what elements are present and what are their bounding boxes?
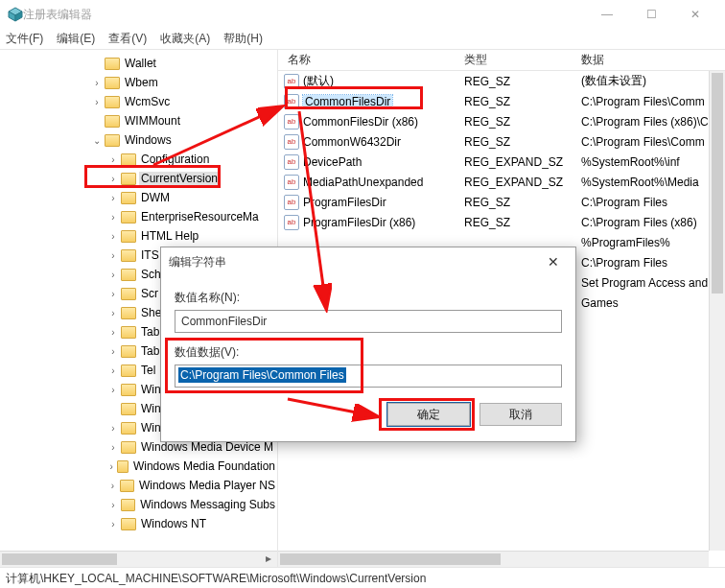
tree-item-label: Windows Messaging Subs xyxy=(138,498,277,511)
ok-button[interactable]: 确定 xyxy=(387,403,470,426)
value-name: ProgramFilesDir xyxy=(303,196,386,209)
tree-item[interactable]: WIMMount xyxy=(0,111,277,130)
folder-icon xyxy=(121,230,136,243)
string-value-icon: ab xyxy=(284,74,299,89)
tree-item-label: Tab xyxy=(139,344,161,358)
dialog-titlebar[interactable]: 编辑字符串 ✕ xyxy=(161,247,575,276)
titlebar: 注册表编辑器 — ☐ ✕ xyxy=(0,0,725,29)
edit-string-dialog: 编辑字符串 ✕ 数值名称(N): 数值数据(V): C:\Program Fil… xyxy=(160,247,576,442)
folder-icon xyxy=(121,518,136,530)
col-type[interactable]: 类型 xyxy=(455,52,572,68)
menu-edit[interactable]: 编辑(E) xyxy=(57,31,95,47)
value-data: %SystemRoot%\Media xyxy=(572,176,725,189)
tree-item[interactable]: ›EnterpriseResourceMa xyxy=(0,207,277,226)
folder-icon xyxy=(121,269,136,281)
folder-icon xyxy=(121,365,136,377)
tree-item[interactable]: ›Windows Messaging Subs xyxy=(0,495,277,514)
tree-item[interactable]: ›DWM xyxy=(0,188,277,207)
tree-item[interactable]: ⌄Windows xyxy=(0,130,277,150)
value-name: CommonW6432Dir xyxy=(303,135,401,149)
folder-icon xyxy=(105,115,120,128)
minimize-button[interactable]: — xyxy=(585,0,629,29)
string-value-icon: ab xyxy=(284,195,299,210)
tree-item-label: Windows Media Player NS xyxy=(137,479,277,492)
folder-icon xyxy=(121,345,136,358)
maximize-button[interactable]: ☐ xyxy=(629,0,673,29)
tree-item-label: Windows Media Foundation xyxy=(131,459,277,473)
tree-item-label: Wallet xyxy=(123,57,158,70)
tree-item[interactable]: ›Windows Media Foundation xyxy=(0,457,277,476)
folder-icon xyxy=(121,403,136,415)
tree-item[interactable]: ›HTML Help xyxy=(0,226,277,246)
menubar: 文件(F) 编辑(E) 查看(V) 收藏夹(A) 帮助(H) xyxy=(0,29,725,50)
value-type: REG_SZ xyxy=(455,95,572,108)
tree-item-label: Sch xyxy=(139,268,163,281)
tree-item-label: CurrentVersion xyxy=(139,172,220,185)
menu-favorites[interactable]: 收藏夹(A) xyxy=(160,31,210,47)
list-hscrollbar[interactable] xyxy=(278,551,709,567)
value-name: (默认) xyxy=(303,73,334,89)
string-value-icon: ab xyxy=(284,134,299,150)
value-name: CommonFilesDir (x86) xyxy=(303,115,418,129)
cancel-button[interactable]: 取消 xyxy=(479,403,562,426)
list-vscrollbar[interactable] xyxy=(709,71,725,551)
string-value-icon: ab xyxy=(284,175,299,190)
value-data: %ProgramFiles% xyxy=(572,236,725,249)
folder-icon xyxy=(121,173,136,185)
value-name: DevicePath xyxy=(303,155,362,169)
value-name-label: 数值名称(N): xyxy=(175,290,562,306)
list-row[interactable]: abProgramFilesDir (x86)REG_SZC:\Program … xyxy=(278,212,725,232)
value-data: C:\Program Files (x86)\C xyxy=(572,115,725,129)
folder-icon xyxy=(121,384,136,396)
col-data[interactable]: 数据 xyxy=(572,52,725,68)
value-type: REG_EXPAND_SZ xyxy=(455,176,572,189)
value-name: CommonFilesDir xyxy=(303,95,392,108)
close-button[interactable]: ✕ xyxy=(673,0,717,29)
folder-icon xyxy=(117,460,129,473)
list-row[interactable]: ab(默认)REG_SZ(数值未设置) xyxy=(278,71,725,91)
folder-icon xyxy=(121,307,136,319)
folder-icon xyxy=(105,58,120,70)
tree-item[interactable]: Wallet xyxy=(0,54,277,73)
folder-icon xyxy=(121,249,136,262)
value-data-selection: C:\Program Files\Common Files xyxy=(178,367,346,383)
folder-icon xyxy=(105,134,120,147)
tree-item-label: Configuration xyxy=(139,153,211,166)
tree-item[interactable]: ›Windows Media Player NS xyxy=(0,476,277,495)
folder-icon xyxy=(121,441,136,454)
menu-view[interactable]: 查看(V) xyxy=(108,31,147,47)
menu-help[interactable]: 帮助(H) xyxy=(223,31,263,47)
tree-item[interactable]: ›Configuration xyxy=(0,150,277,169)
string-value-icon: ab xyxy=(284,215,299,230)
menu-file[interactable]: 文件(F) xyxy=(6,31,43,47)
tree-item[interactable]: ›Windows NT xyxy=(0,514,277,533)
value-data: C:\Program Files xyxy=(572,256,725,270)
list-row[interactable]: abCommonFilesDir (x86)REG_SZC:\Program F… xyxy=(278,111,725,131)
value-type: REG_SZ xyxy=(455,135,572,149)
value-name-field[interactable] xyxy=(175,310,562,333)
statusbar: 计算机\HKEY_LOCAL_MACHINE\SOFTWARE\Microsof… xyxy=(0,567,725,588)
tree-item[interactable]: ›Wbem xyxy=(0,73,277,92)
list-row[interactable]: abCommonW6432DirREG_SZC:\Program Files\C… xyxy=(278,131,725,152)
folder-icon xyxy=(120,480,134,492)
list-row[interactable]: abMediaPathUnexpandedREG_EXPAND_SZ%Syste… xyxy=(278,172,725,192)
dialog-close-icon[interactable]: ✕ xyxy=(539,254,568,270)
window-title: 注册表编辑器 xyxy=(23,7,585,23)
tree-item[interactable]: ›WcmSvc xyxy=(0,92,277,111)
value-data: %SystemRoot%\inf xyxy=(572,155,725,169)
value-data: Set Program Access and xyxy=(572,276,725,290)
list-row[interactable]: abProgramFilesDirREG_SZC:\Program Files xyxy=(278,192,725,212)
tree-item-label: Windows NT xyxy=(139,517,208,530)
tree-hscrollbar[interactable]: ▸ xyxy=(0,551,277,567)
value-data: (数值未设置) xyxy=(572,73,725,89)
list-row[interactable]: abDevicePathREG_EXPAND_SZ%SystemRoot%\in… xyxy=(278,152,725,172)
tree-item[interactable]: ›CurrentVersion xyxy=(0,169,277,188)
value-name: ProgramFilesDir (x86) xyxy=(303,216,415,229)
list-row[interactable]: abCommonFilesDirREG_SZC:\Program Files\C… xyxy=(278,91,725,111)
folder-icon xyxy=(105,96,120,108)
tree-item-label: Tab xyxy=(139,325,161,339)
col-name[interactable]: 名称 xyxy=(278,52,455,68)
value-data: C:\Program Files\Comm xyxy=(572,95,725,108)
tree-item-label: EnterpriseResourceMa xyxy=(139,210,261,223)
folder-icon xyxy=(121,192,136,204)
